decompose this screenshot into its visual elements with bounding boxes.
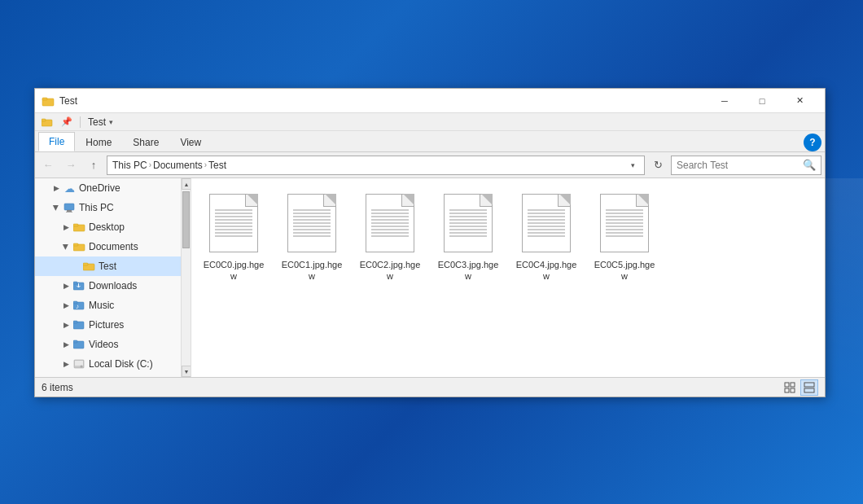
documents-folder-icon xyxy=(72,240,85,253)
breadcrumb-documents[interactable]: Documents xyxy=(153,160,203,171)
close-button[interactable]: ✕ xyxy=(781,89,818,113)
sidebar-item-desktop[interactable]: ▶ Desktop xyxy=(35,217,191,237)
doc-corner-1 xyxy=(325,194,336,205)
file-icon-5 xyxy=(595,191,654,256)
breadcrumb-arrow-2: › xyxy=(204,160,207,169)
sidebar-item-pictures[interactable]: ▶ Pictures xyxy=(35,315,191,335)
svg-rect-30 xyxy=(804,388,814,392)
doc-corner-2 xyxy=(403,194,414,205)
tab-share[interactable]: Share xyxy=(122,133,169,151)
svg-point-24 xyxy=(81,366,83,368)
view-medium-icons-button[interactable] xyxy=(781,379,799,396)
file-item-4[interactable]: EC0C4.jpg.hgew xyxy=(510,185,582,288)
cloud-icon: ☁ xyxy=(63,182,76,195)
music-icon: ♪ xyxy=(72,299,85,312)
sidebar: ▶ ☁ OneDrive ▶ This PC ▶ xyxy=(35,178,191,377)
sidebar-item-test[interactable]: ▶ Test xyxy=(35,256,191,276)
svg-rect-27 xyxy=(785,388,789,392)
svg-rect-6 xyxy=(66,212,72,213)
file-item-1[interactable]: EC0C1.jpg.hgew xyxy=(276,185,348,288)
tab-file[interactable]: File xyxy=(38,132,75,151)
doc-corner-0 xyxy=(247,194,258,205)
sidebar-scrollbar: ▲ ▼ xyxy=(181,178,191,377)
this-pc-expand-arrow: ▶ xyxy=(51,203,61,213)
sidebar-scroll-up-button[interactable]: ▲ xyxy=(182,178,191,190)
sidebar-scroll-down-button[interactable]: ▼ xyxy=(182,366,191,377)
address-refresh-button[interactable]: ↻ xyxy=(648,156,668,175)
documents-label: Documents xyxy=(89,241,138,252)
address-breadcrumb: This PC › Documents › Test xyxy=(112,160,623,171)
sidebar-item-music[interactable]: ▶ ♪ Music xyxy=(35,296,191,315)
pictures-label: Pictures xyxy=(89,319,124,331)
help-button[interactable]: ? xyxy=(804,134,821,151)
nav-forward-button[interactable]: → xyxy=(61,156,81,175)
file-name-1: EC0C1.jpg.hgew xyxy=(280,259,344,283)
qa-separator xyxy=(80,116,81,128)
view-toggle xyxy=(781,379,818,396)
qa-pin-button[interactable]: 📌 xyxy=(58,114,76,130)
sidebar-item-videos[interactable]: ▶ Videos xyxy=(35,335,191,354)
file-icon-4 xyxy=(517,191,576,256)
svg-rect-14 xyxy=(73,282,77,284)
sidebar-scroll-thumb[interactable] xyxy=(182,191,190,248)
svg-rect-19 xyxy=(73,321,77,323)
svg-rect-29 xyxy=(804,383,814,387)
downloads-label: Downloads xyxy=(89,280,137,291)
sidebar-item-documents[interactable]: ▶ Documents xyxy=(35,237,191,256)
maximize-button[interactable]: □ xyxy=(743,89,781,113)
doc-corner-4 xyxy=(559,194,571,205)
file-icon-3 xyxy=(439,191,497,256)
svg-rect-12 xyxy=(83,263,88,265)
pictures-expand-arrow: ▶ xyxy=(61,320,71,330)
address-bar: ← → ↑ This PC › Documents › Test ▾ ↻ 🔍 xyxy=(35,152,825,178)
minimize-button[interactable]: ─ xyxy=(706,89,743,113)
title-bar-controls: ─ □ ✕ xyxy=(706,89,818,113)
file-name-0: EC0C0.jpg.hgew xyxy=(202,259,265,283)
sidebar-item-onedrive[interactable]: ▶ ☁ OneDrive xyxy=(35,178,191,198)
test-folder-icon xyxy=(82,260,95,273)
nav-back-button[interactable]: ← xyxy=(38,156,58,175)
file-icon-1 xyxy=(283,191,341,256)
status-bar: 6 items xyxy=(35,377,825,397)
address-dropdown-button[interactable]: ▾ xyxy=(626,156,639,174)
breadcrumb-arrow-1: › xyxy=(149,160,151,169)
search-input[interactable] xyxy=(677,160,803,171)
svg-rect-26 xyxy=(791,383,795,387)
svg-rect-5 xyxy=(67,210,72,212)
svg-rect-8 xyxy=(73,224,78,226)
search-icon-button[interactable]: 🔍 xyxy=(803,159,816,171)
ribbon-tabs: File Home Share View ? xyxy=(35,131,825,152)
nav-up-button[interactable]: ↑ xyxy=(84,156,103,175)
sidebar-scroll-track xyxy=(182,190,191,366)
qa-title-text: Test xyxy=(88,116,106,128)
file-item-5[interactable]: EC0C5.jpg.hgew xyxy=(589,185,660,288)
explorer-window: Test ─ □ ✕ 📌 Test ▾ File Home Share View… xyxy=(34,88,826,397)
sidebar-item-downloads[interactable]: ▶ Downloads xyxy=(35,276,191,296)
breadcrumb-this-pc[interactable]: This PC xyxy=(112,160,147,171)
svg-rect-1 xyxy=(42,98,47,100)
file-icon-2 xyxy=(361,191,419,256)
sidebar-item-this-pc[interactable]: ▶ This PC xyxy=(35,198,191,217)
breadcrumb-test[interactable]: Test xyxy=(208,160,226,171)
svg-rect-21 xyxy=(73,340,77,343)
onedrive-label: OneDrive xyxy=(79,182,120,194)
qa-dropdown-arrow[interactable]: ▾ xyxy=(109,118,113,126)
sidebar-item-local-disk[interactable]: ▶ Local Disk (C:) xyxy=(35,354,191,374)
tab-view[interactable]: View xyxy=(169,133,212,151)
svg-text:♪: ♪ xyxy=(76,303,79,310)
file-item-0[interactable]: EC0C0.jpg.hgew xyxy=(198,185,269,288)
tab-home[interactable]: Home xyxy=(75,133,122,151)
view-large-icons-button[interactable] xyxy=(800,379,818,396)
file-item-2[interactable]: EC0C2.jpg.hgew xyxy=(354,185,426,288)
test-label: Test xyxy=(99,261,116,272)
pc-icon xyxy=(63,201,76,214)
quick-access-toolbar: 📌 Test ▾ xyxy=(35,113,825,131)
desktop-folder-icon xyxy=(72,221,85,234)
title-bar-icon xyxy=(42,94,55,107)
music-expand-arrow: ▶ xyxy=(61,300,71,310)
svg-rect-10 xyxy=(73,243,78,246)
file-item-3[interactable]: EC0C3.jpg.hgew xyxy=(432,185,504,288)
doc-corner-3 xyxy=(481,194,493,205)
videos-label: Videos xyxy=(89,339,118,350)
qa-folder-button[interactable] xyxy=(38,114,56,130)
